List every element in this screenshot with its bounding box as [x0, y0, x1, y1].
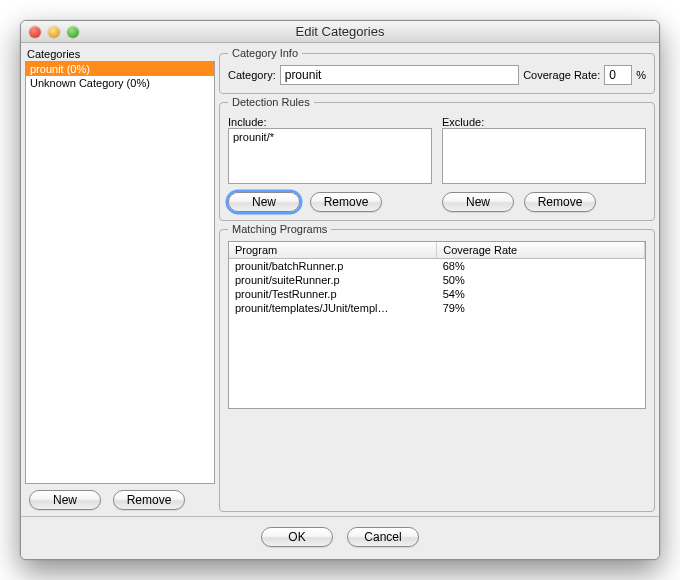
- minimize-icon[interactable]: [48, 26, 60, 38]
- matching-programs-group: Matching Programs Program Coverage Rate …: [219, 223, 655, 512]
- category-name-label: Category:: [228, 69, 276, 81]
- cell-program: prounit/suiteRunner.p: [229, 273, 437, 287]
- cell-program: prounit/templates/JUnit/templ…: [229, 301, 437, 315]
- categories-button-row: New Remove: [25, 484, 215, 512]
- exclude-label: Exclude:: [442, 116, 646, 128]
- cell-program: prounit/TestRunner.p: [229, 287, 437, 301]
- right-panel: Category Info Category: Coverage Rate: %…: [219, 47, 655, 512]
- categories-panel: Categories prounit (0%)Unknown Category …: [25, 47, 215, 512]
- column-coverage-rate[interactable]: Coverage Rate: [437, 242, 645, 259]
- category-info-legend: Category Info: [228, 47, 302, 59]
- table-row[interactable]: prounit/templates/JUnit/templ…79%: [229, 301, 645, 315]
- detection-rules-legend: Detection Rules: [228, 96, 314, 108]
- include-label: Include:: [228, 116, 432, 128]
- cell-coverage-rate: 54%: [437, 287, 645, 301]
- categories-heading: Categories: [25, 47, 215, 61]
- category-info-group: Category Info Category: Coverage Rate: %: [219, 47, 655, 94]
- cell-coverage-rate: 68%: [437, 259, 645, 274]
- content-area: Categories prounit (0%)Unknown Category …: [21, 43, 659, 516]
- include-new-button[interactable]: New: [228, 192, 300, 212]
- list-item[interactable]: Unknown Category (0%): [26, 76, 214, 90]
- table-row[interactable]: prounit/suiteRunner.p50%: [229, 273, 645, 287]
- exclude-list[interactable]: [442, 128, 646, 184]
- category-name-input[interactable]: [280, 65, 519, 85]
- window-controls: [21, 26, 79, 38]
- categories-list[interactable]: prounit (0%)Unknown Category (0%): [25, 61, 215, 484]
- window-title: Edit Categories: [21, 24, 659, 39]
- exclude-new-button[interactable]: New: [442, 192, 514, 212]
- include-list[interactable]: prounit/*: [228, 128, 432, 184]
- titlebar: Edit Categories: [21, 21, 659, 43]
- include-column: Include: prounit/* New Remove: [228, 116, 432, 212]
- category-remove-button[interactable]: Remove: [113, 490, 185, 510]
- exclude-column: Exclude: New Remove: [442, 116, 646, 212]
- matching-programs-table-wrap[interactable]: Program Coverage Rate prounit/batchRunne…: [228, 241, 646, 409]
- dialog-window: Edit Categories Categories prounit (0%)U…: [20, 20, 660, 560]
- matching-programs-legend: Matching Programs: [228, 223, 331, 235]
- close-icon[interactable]: [29, 26, 41, 38]
- dialog-footer: OK Cancel: [21, 516, 659, 559]
- category-new-button[interactable]: New: [29, 490, 101, 510]
- zoom-icon[interactable]: [67, 26, 79, 38]
- matching-programs-table: Program Coverage Rate prounit/batchRunne…: [229, 242, 645, 315]
- exclude-remove-button[interactable]: Remove: [524, 192, 596, 212]
- table-row[interactable]: prounit/TestRunner.p54%: [229, 287, 645, 301]
- ok-button[interactable]: OK: [261, 527, 333, 547]
- cell-coverage-rate: 79%: [437, 301, 645, 315]
- table-row[interactable]: prounit/batchRunner.p68%: [229, 259, 645, 274]
- list-item[interactable]: prounit (0%): [26, 62, 214, 76]
- cell-coverage-rate: 50%: [437, 273, 645, 287]
- include-remove-button[interactable]: Remove: [310, 192, 382, 212]
- coverage-rate-label: Coverage Rate:: [523, 69, 600, 81]
- percent-label: %: [636, 69, 646, 81]
- cancel-button[interactable]: Cancel: [347, 527, 419, 547]
- detection-rules-group: Detection Rules Include: prounit/* New R…: [219, 96, 655, 221]
- cell-program: prounit/batchRunner.p: [229, 259, 437, 274]
- list-item[interactable]: prounit/*: [233, 131, 427, 143]
- coverage-rate-input[interactable]: [604, 65, 632, 85]
- column-program[interactable]: Program: [229, 242, 437, 259]
